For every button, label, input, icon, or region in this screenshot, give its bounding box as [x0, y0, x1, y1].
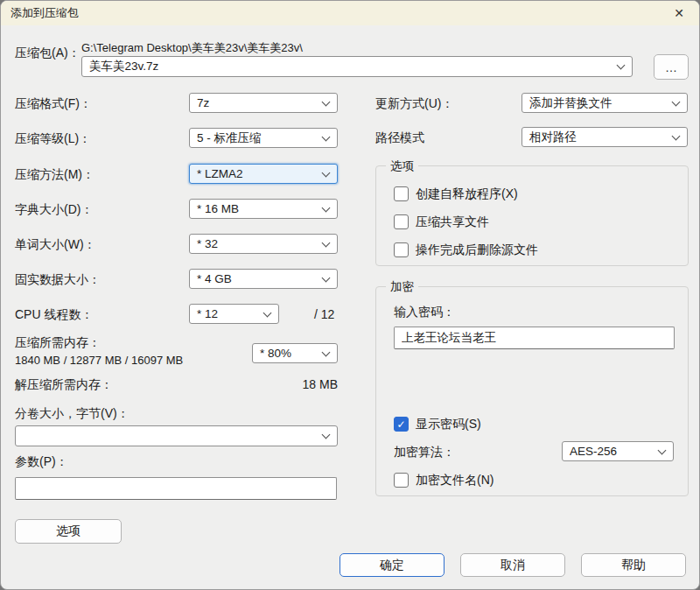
- archive-path: G:\Telegram Desktop\美车美23v\美车美23v\: [81, 40, 303, 56]
- chevron-down-icon[interactable]: [322, 431, 331, 439]
- chevron-down-icon[interactable]: [672, 131, 681, 140]
- memory-compress-label: 压缩所需内存：: [15, 335, 101, 351]
- word-size-label: 单词大小(W)：: [15, 237, 96, 253]
- cpu-threads-value: * 12: [197, 307, 218, 320]
- cancel-button-label: 取消: [500, 558, 525, 573]
- memory-usage-value: * 80%: [260, 347, 291, 360]
- parameters-label: 参数(P)：: [15, 454, 68, 470]
- dictionary-value: * 16 MB: [197, 202, 239, 215]
- chevron-down-icon[interactable]: [322, 238, 331, 247]
- solid-size-value: * 4 GB: [197, 272, 232, 285]
- chevron-down-icon[interactable]: [322, 273, 331, 282]
- delete-after-checkbox[interactable]: [394, 242, 409, 257]
- archive-label: 压缩包(A)：: [15, 46, 80, 61]
- browse-button[interactable]: …: [654, 54, 689, 80]
- word-size-value: * 32: [197, 237, 218, 250]
- options-group: 选项 创建自释放程序(X) 压缩共享文件 操作完成后删除源文件: [375, 165, 689, 266]
- chevron-down-icon[interactable]: [322, 203, 331, 212]
- update-mode-value: 添加并替换文件: [529, 96, 612, 109]
- ok-button-label: 确定: [380, 558, 404, 573]
- encryption-group-title: 加密: [386, 279, 418, 295]
- update-mode-combobox[interactable]: 添加并替换文件: [522, 93, 688, 113]
- dictionary-label: 字典大小(D)：: [15, 202, 93, 218]
- encryption-group: 加密 输入密码： ✓ 显示密码(S) 加密算法： AES-256 加密文件名(N…: [375, 286, 689, 496]
- password-input[interactable]: [394, 327, 675, 349]
- parameters-input[interactable]: [15, 477, 337, 500]
- path-mode-combobox[interactable]: 相对路径: [522, 127, 688, 147]
- volume-size-label: 分卷大小，字节(V)：: [15, 406, 130, 422]
- options-button-label: 选项: [56, 523, 80, 539]
- memory-decompress-label: 解压缩所需内存：: [15, 377, 113, 393]
- window-title: 添加到压缩包: [10, 1, 79, 25]
- chevron-down-icon[interactable]: [322, 97, 331, 106]
- volume-size-combobox[interactable]: [15, 425, 338, 446]
- encrypt-filenames-checkbox[interactable]: [394, 473, 409, 488]
- memory-decompress-value: 18 MB: [263, 377, 338, 391]
- chevron-down-icon[interactable]: [322, 132, 331, 141]
- level-value: 5 - 标准压缩: [197, 131, 262, 144]
- encryption-method-label: 加密算法：: [394, 445, 455, 460]
- title-bar: 添加到压缩包 ✕: [1, 1, 699, 25]
- cpu-threads-max: / 12: [314, 307, 334, 321]
- format-value: 7z: [197, 96, 209, 109]
- memory-compress-detail: 1840 MB / 12877 MB / 16097 MB: [15, 354, 183, 367]
- dictionary-combobox[interactable]: * 16 MB: [189, 199, 338, 219]
- chevron-down-icon[interactable]: [322, 348, 331, 356]
- checkmark-icon: ✓: [396, 418, 405, 431]
- solid-size-combobox[interactable]: * 4 GB: [189, 269, 338, 289]
- chevron-down-icon[interactable]: [672, 97, 681, 106]
- encryption-method-value: AES-256: [570, 445, 617, 458]
- method-combobox[interactable]: * LZMA2: [189, 164, 338, 184]
- archive-name-value: 美车美23v.7z: [89, 60, 158, 73]
- encrypt-filenames-label: 加密文件名(N): [416, 473, 494, 488]
- archive-name-combobox[interactable]: 美车美23v.7z: [81, 56, 633, 77]
- format-label: 压缩格式(F)：: [15, 96, 92, 112]
- word-size-combobox[interactable]: * 32: [189, 234, 338, 254]
- ellipsis-icon: …: [665, 60, 677, 74]
- cpu-threads-label: CPU 线程数：: [15, 307, 93, 323]
- show-password-checkbox[interactable]: ✓: [394, 417, 409, 432]
- show-password-label: 显示密码(S): [416, 417, 481, 432]
- chevron-down-icon[interactable]: [263, 308, 272, 317]
- path-mode-value: 相对路径: [529, 130, 577, 144]
- add-to-archive-dialog: 添加到压缩包 ✕ 压缩包(A)： G:\Telegram Desktop\美车美…: [0, 0, 700, 590]
- options-group-title: 选项: [386, 158, 418, 174]
- level-label: 压缩等级(L)：: [15, 131, 91, 147]
- cpu-threads-combobox[interactable]: * 12: [189, 304, 279, 324]
- path-mode-label: 路径模式: [375, 130, 424, 146]
- level-combobox[interactable]: 5 - 标准压缩: [189, 128, 338, 148]
- create-sfx-label: 创建自释放程序(X): [416, 186, 518, 202]
- chevron-down-icon[interactable]: [617, 61, 626, 70]
- method-value: * LZMA2: [197, 167, 243, 180]
- update-mode-label: 更新方式(U)：: [375, 96, 453, 112]
- encryption-method-combobox[interactable]: AES-256: [562, 441, 674, 461]
- solid-size-label: 固实数据大小：: [15, 272, 101, 288]
- ok-button[interactable]: 确定: [340, 553, 444, 577]
- help-button-label: 帮助: [621, 558, 646, 573]
- chevron-down-icon[interactable]: [658, 446, 667, 454]
- delete-after-label: 操作完成后删除源文件: [416, 242, 538, 258]
- chevron-down-icon[interactable]: [322, 168, 331, 177]
- close-icon[interactable]: ✕: [666, 3, 692, 24]
- format-combobox[interactable]: 7z: [189, 93, 338, 113]
- help-button[interactable]: 帮助: [581, 553, 686, 577]
- options-button[interactable]: 选项: [15, 519, 122, 544]
- create-sfx-checkbox[interactable]: [394, 186, 409, 201]
- compress-shared-checkbox[interactable]: [394, 214, 409, 229]
- method-label: 压缩方法(M)：: [15, 167, 94, 183]
- cancel-button[interactable]: 取消: [460, 553, 565, 577]
- password-label: 输入密码：: [394, 305, 455, 320]
- memory-usage-combobox[interactable]: * 80%: [252, 343, 338, 363]
- compress-shared-label: 压缩共享文件: [416, 214, 489, 230]
